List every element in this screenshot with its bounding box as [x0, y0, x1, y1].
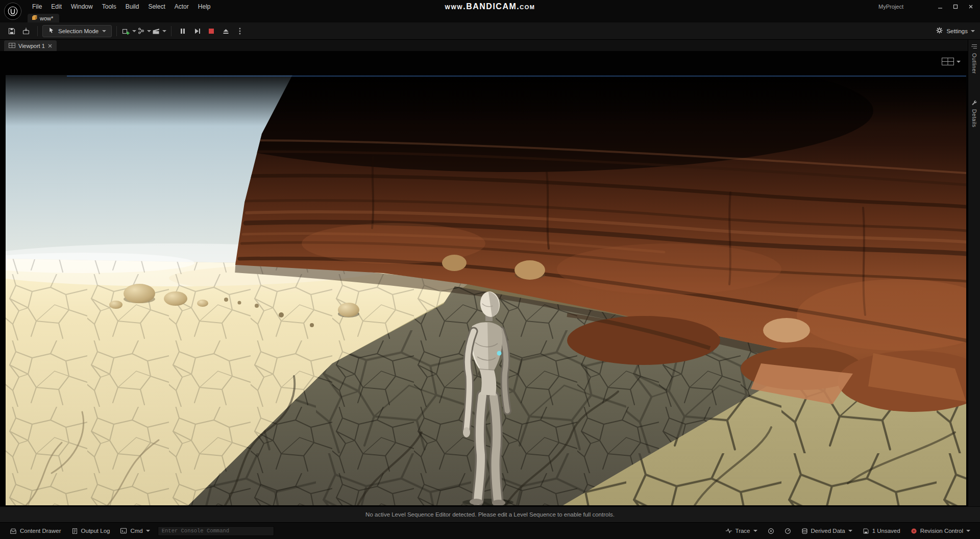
pause-button[interactable]	[176, 24, 189, 38]
unreal-logo	[4, 3, 21, 20]
revision-control-label: Revision Control	[920, 528, 963, 534]
viewport-tab-row: Viewport 1	[0, 40, 968, 51]
eject-button[interactable]	[219, 24, 232, 38]
menu-tools[interactable]: Tools	[97, 2, 121, 12]
content-drawer-label: Content Drawer	[20, 528, 61, 534]
vignette-overlay	[6, 75, 966, 126]
maximize-button[interactable]	[949, 2, 962, 12]
viewport-layout-button[interactable]	[942, 58, 961, 65]
close-button[interactable]	[965, 2, 977, 12]
database-icon	[801, 528, 808, 534]
bandicam-watermark: www.BANDICAM.com	[445, 2, 535, 11]
asset-tab-row: wow*	[0, 13, 980, 22]
tab-details[interactable]: Details	[971, 109, 977, 128]
selection-mode-dropdown[interactable]: Selection Mode	[42, 25, 112, 37]
chevron-down-icon	[146, 530, 150, 532]
playback-options-kebab[interactable]	[233, 24, 247, 38]
menu-actor[interactable]: Actor	[170, 2, 193, 12]
blueprints-button[interactable]	[137, 24, 151, 38]
toolbar-separator	[171, 26, 172, 36]
content-drawer-icon	[10, 528, 17, 534]
viewport-tab-label: Viewport 1	[18, 43, 45, 49]
cinematics-button[interactable]	[152, 24, 166, 38]
frame-advance-button[interactable]	[190, 24, 204, 38]
chevron-down-icon	[957, 61, 961, 63]
status-bar-right: Trace Derived Data 1 Unsaved Revision Co…	[721, 528, 975, 534]
chevron-down-icon	[132, 30, 136, 32]
asset-tab-wow[interactable]: wow*	[28, 14, 59, 22]
viewport-panel	[0, 51, 968, 506]
right-dock-strip: Outliner Details	[968, 40, 980, 506]
output-log-icon	[71, 528, 78, 534]
viewport-tab[interactable]: Viewport 1	[4, 40, 57, 51]
minimize-button[interactable]	[934, 2, 946, 12]
asset-tab-label: wow*	[40, 15, 53, 21]
viewport-canvas[interactable]	[6, 75, 966, 505]
revision-control-icon	[911, 528, 917, 534]
chevron-down-icon	[102, 30, 106, 32]
level-icon	[32, 15, 37, 21]
sequencer-message-bar: No active Level Sequence Editor detected…	[0, 506, 980, 522]
menu-build[interactable]: Build	[121, 2, 144, 12]
toolbar-separator	[37, 26, 38, 36]
layout-grid-icon	[942, 58, 954, 65]
unreal-editor-window: File Edit Window Tools Build Select Acto…	[0, 0, 980, 539]
settings-dropdown[interactable]: Settings	[936, 27, 975, 35]
selection-mode-label: Selection Mode	[58, 28, 99, 34]
details-panel-icon[interactable]	[971, 100, 977, 106]
status-bar: Content Drawer Output Log Cmd Trace Deri…	[0, 522, 980, 539]
output-log-label: Output Log	[81, 528, 110, 534]
gauge-icon[interactable]	[780, 528, 796, 534]
chevron-down-icon	[147, 30, 151, 32]
menu-window[interactable]: Window	[66, 2, 97, 12]
chevron-down-icon	[753, 530, 757, 532]
menu-help[interactable]: Help	[193, 2, 215, 12]
trace-icon	[725, 528, 732, 534]
revision-control-button[interactable]: Revision Control	[906, 528, 975, 534]
viewport-grid-icon	[9, 43, 15, 49]
import-button[interactable]	[19, 24, 33, 38]
cmd-button[interactable]: Cmd	[115, 523, 154, 539]
menu-file[interactable]: File	[28, 2, 46, 12]
main-toolbar: Selection Mode Settings	[0, 22, 980, 40]
derived-data-button[interactable]: Derived Data	[797, 528, 857, 534]
cmd-label: Cmd	[130, 528, 142, 534]
chevron-down-icon	[971, 30, 975, 32]
gear-icon	[936, 27, 943, 35]
unsaved-label: 1 Unsaved	[872, 528, 900, 534]
save-button[interactable]	[5, 24, 18, 38]
tab-outliner[interactable]: Outliner	[971, 53, 977, 74]
settings-label: Settings	[946, 28, 968, 34]
stop-button[interactable]	[205, 24, 218, 38]
console-command-input[interactable]	[158, 526, 274, 536]
close-icon[interactable]	[48, 43, 52, 49]
derived-data-label: Derived Data	[811, 528, 845, 534]
terminal-icon	[120, 528, 127, 534]
window-controls: MyProject	[878, 0, 977, 13]
add-actor-button[interactable]	[121, 24, 136, 38]
menu-select[interactable]: Select	[143, 2, 169, 12]
trace-button[interactable]: Trace	[721, 528, 762, 534]
toolbar-separator	[116, 26, 117, 36]
sequencer-message: No active Level Sequence Editor detected…	[365, 511, 615, 518]
cursor-icon	[48, 27, 55, 35]
chevron-down-icon	[848, 530, 852, 532]
project-name: MyProject	[878, 4, 903, 10]
content-drawer-button[interactable]: Content Drawer	[5, 523, 66, 539]
target-icon[interactable]	[763, 528, 779, 534]
unsaved-button[interactable]: 1 Unsaved	[858, 528, 905, 534]
chevron-down-icon	[966, 530, 970, 532]
menu-edit[interactable]: Edit	[46, 2, 66, 12]
unsaved-floppy-icon	[863, 528, 869, 534]
output-log-button[interactable]: Output Log	[67, 523, 115, 539]
trace-label: Trace	[736, 528, 750, 534]
outliner-panel-icon[interactable]	[971, 43, 977, 50]
chevron-down-icon	[162, 30, 166, 32]
